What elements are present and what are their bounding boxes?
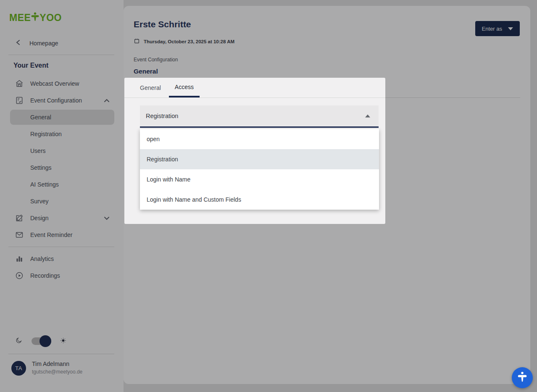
access-type-dropdown: open Registration Login with Name Login … [140,129,379,210]
tab-access[interactable]: Access [169,78,200,97]
meetyoo-person-plus-icon [516,371,529,385]
access-settings-spotlight: General Access Registration open Registr… [124,78,385,224]
tab-general[interactable]: General [140,78,161,97]
access-type-select[interactable]: Registration [140,105,379,128]
option-login-with-name[interactable]: Login with Name [140,169,379,189]
option-label: Registration [147,156,178,163]
option-label: Login with Name and Custom Fields [147,196,241,203]
option-label: open [147,136,160,142]
tab-bar: General Access [124,78,385,98]
collapse-arrow-icon [365,115,370,118]
option-login-with-name-custom-fields[interactable]: Login with Name and Custom Fields [140,189,379,210]
tab-label: General [140,84,161,91]
app-page: MEE YOO Homepage Your Event Webcast Over… [0,0,537,392]
tab-label: Access [175,84,194,90]
option-open[interactable]: open [140,129,379,149]
select-value: Registration [146,113,178,119]
fab-meetyoo-button[interactable] [512,367,533,388]
option-label: Login with Name [147,176,190,183]
option-registration[interactable]: Registration [140,149,379,169]
